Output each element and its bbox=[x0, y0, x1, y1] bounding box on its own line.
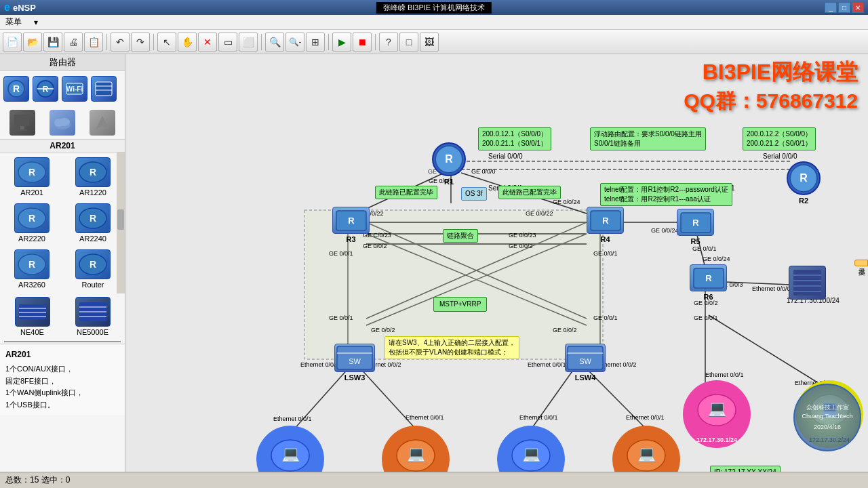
annotation-floating-route: 浮动路由配置：要求S0/0/0链路主用S0/0/1链路备用 bbox=[590, 127, 706, 150]
switch-LSW3-label: LSW3 bbox=[344, 373, 366, 382]
sidebar-device-AR3260[interactable]: R AR3260 bbox=[3, 247, 61, 291]
server-pc1[interactable] bbox=[789, 266, 826, 300]
sidebar-scrollbar[interactable] bbox=[117, 152, 125, 293]
port-eth-pc3: Ethernet 0/0/1 bbox=[519, 414, 558, 421]
svg-text:💻: 💻 bbox=[281, 445, 300, 463]
sidebar-device-Router[interactable]: R Router bbox=[64, 247, 122, 291]
network-canvas[interactable]: 200.0.12.1（S0/0/0）200.0.21.1（S0/0/1） 浮动路… bbox=[125, 54, 868, 472]
connections-layer bbox=[125, 54, 868, 472]
hint-panel[interactable]: 提示 bbox=[854, 260, 868, 266]
select-button[interactable]: ↖ bbox=[157, 33, 176, 52]
router-R6-label: R6 bbox=[703, 293, 713, 301]
undo-button[interactable]: ↶ bbox=[111, 33, 130, 52]
sidebar-icon-special3[interactable]: Wi-Fi bbox=[61, 74, 88, 104]
main-layout: 路由器 R R Wi-Fi bbox=[0, 54, 868, 472]
port-eth-lsw4-1: Ethernet 0/0/1 bbox=[528, 361, 566, 368]
sidebar-desc-line2: 固定8FE接口， bbox=[5, 375, 119, 388]
pc-node-4[interactable]: 💻 172.17.20.2/24 bbox=[612, 426, 680, 472]
pc-node-3[interactable]: 💻 172.17.10.2/24 bbox=[497, 426, 565, 472]
sidebar-device-NE5000E[interactable]: NE5000E bbox=[63, 295, 122, 338]
router-R6[interactable]: R R6 bbox=[690, 264, 727, 301]
sidebar-selected-label: AR201 bbox=[0, 139, 125, 152]
sidebar-device-AR2240[interactable]: R AR2240 bbox=[64, 201, 122, 245]
print-button[interactable]: 🖨 bbox=[64, 33, 83, 52]
sidebar-cloud-icon[interactable] bbox=[43, 108, 81, 138]
sidebar-device-AR2220[interactable]: R AR2220 bbox=[3, 201, 61, 245]
center-title: 张峰嵘 BI3PIE 计算机网络技术 bbox=[376, 2, 492, 14]
toolbar-separator5 bbox=[375, 34, 376, 50]
watermark-date: 2020/4/16 bbox=[802, 423, 853, 432]
sidebar-utility-icons bbox=[0, 106, 125, 139]
view-button[interactable]: □ bbox=[399, 33, 418, 52]
router-R1[interactable]: R R1 bbox=[432, 142, 466, 186]
sidebar-device-description: AR201 1个CON/AUX接口， 固定8FE接口， 1个WAN侧uplink… bbox=[0, 344, 125, 415]
svg-text:SW: SW bbox=[349, 357, 361, 365]
sidebar-scrollbar-thumb[interactable] bbox=[117, 209, 124, 230]
svg-text:R: R bbox=[800, 172, 808, 184]
router-R2-label: R2 bbox=[799, 197, 808, 205]
open-button[interactable]: 📂 bbox=[23, 33, 42, 52]
router-R2[interactable]: R R2 bbox=[787, 161, 821, 205]
delete-button[interactable]: ✕ bbox=[198, 33, 217, 52]
port-ge-r4-5: GE 0/0/1 bbox=[593, 250, 618, 257]
sidebar-device-AR1220[interactable]: R AR1220 bbox=[64, 155, 122, 199]
pc-node-1[interactable]: 💻 172.17.10.1/24 bbox=[256, 426, 324, 472]
sidebar-monitor-icon[interactable] bbox=[3, 108, 41, 138]
new-button[interactable]: 📄 bbox=[3, 33, 22, 52]
svg-text:💻: 💻 bbox=[406, 445, 425, 463]
sidebar-device-AR201[interactable]: R AR201 bbox=[3, 155, 61, 199]
pc-node-2[interactable]: 💻 172.17.20.1/24 bbox=[382, 426, 450, 472]
port-ge-lsw3-2: GE 0/0/2 bbox=[371, 327, 395, 333]
switch-LSW4[interactable]: SW LSW4 bbox=[565, 344, 606, 382]
port-ge-r4-1: GE 0/0/22 bbox=[526, 210, 553, 217]
port-eth-pc4: Ethernet 0/0/1 bbox=[626, 414, 665, 421]
save-button[interactable]: 💾 bbox=[43, 33, 62, 52]
help-button[interactable]: ? bbox=[379, 33, 398, 52]
menu-item-file[interactable]: 菜单 bbox=[3, 15, 24, 29]
sidebar-icon-special1[interactable]: R bbox=[3, 74, 30, 104]
port-eth-pc2: Ethernet 0/0/1 bbox=[406, 414, 444, 421]
sidebar-desc-line3: 1个WAN侧uplink接口， bbox=[5, 387, 119, 399]
copy-button[interactable]: 📋 bbox=[84, 33, 103, 52]
watermark-line2: Chuang Teachtech bbox=[802, 412, 853, 421]
annotation-ip-r2-right: 200.0.12.2（S0/0/0）200.0.21.2（S0/0/1） bbox=[743, 127, 816, 150]
port-ge-r5-1: GE 0/0/24 bbox=[651, 227, 679, 234]
app-logo-icon: e bbox=[4, 1, 10, 14]
maximize-button[interactable]: □ bbox=[838, 2, 850, 13]
watermark: 众创科技工作室 Chuang Teachtech 2020/4/16 bbox=[793, 384, 861, 451]
svg-text:R: R bbox=[90, 259, 96, 270]
svg-text:💻: 💻 bbox=[707, 399, 726, 418]
zoom-out-button[interactable]: 🔍- bbox=[285, 33, 304, 52]
port-eth-srv1: Ethernet 0/0/1 bbox=[705, 371, 744, 378]
window-controls[interactable]: _ □ ✕ bbox=[825, 2, 864, 13]
play-button[interactable]: ▶ bbox=[332, 33, 351, 52]
fit-button[interactable]: ⊞ bbox=[306, 33, 325, 52]
svg-rect-12 bbox=[18, 129, 27, 131]
label-serial-r2-top: Serial 0/0/0 bbox=[763, 152, 797, 160]
router-R4[interactable]: R R4 bbox=[587, 207, 624, 243]
svg-text:SW: SW bbox=[579, 357, 591, 365]
sidebar-type-icons: R R Wi-Fi bbox=[0, 71, 125, 106]
sidebar-arrow-icon[interactable] bbox=[83, 108, 122, 138]
draw-button[interactable]: ▭ bbox=[218, 33, 237, 52]
capture-button[interactable]: 🖼 bbox=[420, 33, 439, 52]
router-R5[interactable]: R R5 bbox=[677, 209, 714, 245]
minimize-button[interactable]: _ bbox=[825, 2, 837, 13]
router-R3[interactable]: R R3 bbox=[332, 207, 370, 243]
shape-button[interactable]: ⬜ bbox=[239, 33, 258, 52]
svg-rect-10 bbox=[14, 115, 29, 125]
zoom-in-button[interactable]: 🔍 bbox=[265, 33, 284, 52]
sidebar-scroll-indicator bbox=[4, 341, 121, 342]
stop-button[interactable]: ⏹ bbox=[353, 33, 372, 52]
pan-button[interactable]: ✋ bbox=[178, 33, 197, 52]
redo-button[interactable]: ↷ bbox=[131, 33, 150, 52]
switch-LSW3[interactable]: SW LSW3 bbox=[334, 344, 375, 382]
sidebar-icon-special2[interactable]: R bbox=[32, 74, 59, 104]
svg-text:Wi-Fi: Wi-Fi bbox=[66, 85, 83, 93]
toolbar-separator2 bbox=[153, 34, 154, 50]
server-node-1[interactable]: 💻 172.17.30.1/24 bbox=[683, 380, 751, 448]
sidebar-device-NE40E[interactable]: NE40E bbox=[3, 295, 62, 338]
title-bar: e eNSP 张峰嵘 BI3PIE 计算机网络技术 _ □ ✕ bbox=[0, 0, 868, 15]
close-button[interactable]: ✕ bbox=[852, 2, 864, 13]
sidebar-icon-special4[interactable] bbox=[90, 74, 117, 104]
